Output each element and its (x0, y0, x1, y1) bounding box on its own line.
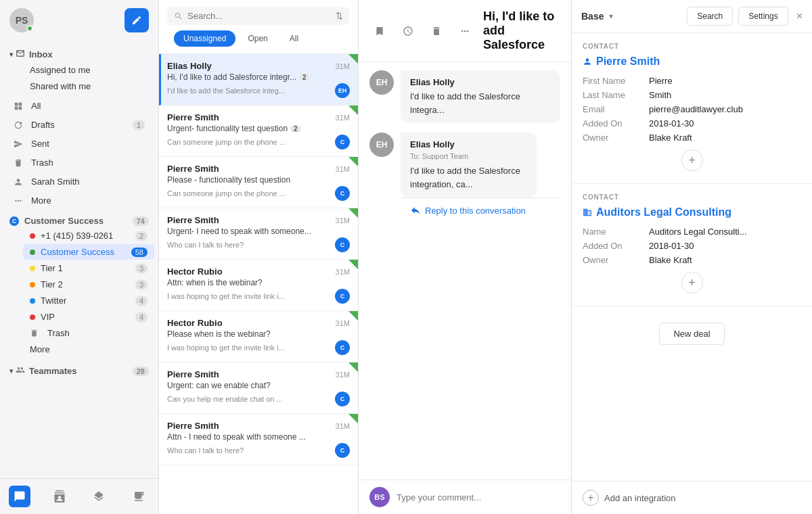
contact1-lastname-value: Smith (649, 90, 671, 100)
msg-bottom-6: I was hoping to get the invite link i...… (167, 340, 350, 355)
tab-open[interactable]: Open (238, 30, 277, 47)
msg-subject-5: Attn: when is the webinar? (167, 278, 350, 287)
sort-icon[interactable]: ⇅ (336, 11, 343, 21)
search-icon (174, 11, 183, 21)
inbox-header[interactable]: ▾ Inbox (0, 43, 158, 62)
add-contact2-button[interactable]: + (681, 272, 703, 294)
search-box: ⇅ (167, 7, 350, 25)
new-deal-button[interactable]: New deal (659, 323, 724, 345)
comment-box: BS (359, 480, 571, 514)
sidebar-item-drafts[interactable]: Drafts 1 (4, 116, 154, 134)
more-action[interactable] (455, 21, 475, 41)
msg-badge-2: 2 (290, 125, 301, 133)
delete-action[interactable] (426, 21, 447, 41)
message-item-1[interactable]: Elias Holly 31M Hi, I'd like to add Sale… (159, 54, 358, 106)
sidebar-item-all[interactable]: All (4, 97, 154, 115)
teammates-header[interactable]: ▾ Teammates 28 (0, 360, 158, 378)
sidebar-item-sarah[interactable]: Sarah Smith (4, 172, 154, 191)
msg-subject-2: Urgent- functionality test question 2 (167, 124, 350, 133)
twitter-count: 4 (135, 296, 148, 306)
sidebar-item-tier2[interactable]: Tier 2 3 (23, 277, 154, 292)
layers-icon-btn[interactable] (88, 486, 110, 507)
tab-all[interactable]: All (280, 30, 308, 47)
reports-icon-btn[interactable] (128, 486, 150, 507)
green-tag-7 (348, 363, 358, 372)
contact1-owner-value: Blake Kraft (649, 133, 692, 143)
sent-icon (14, 139, 26, 149)
customer-success-header[interactable]: C Customer Success 74 (0, 210, 158, 227)
drafts-icon (14, 120, 26, 130)
msg-time-4: 31M (336, 216, 350, 225)
search-btn[interactable]: Search (687, 7, 733, 26)
contact2-owner-value: Blake Kraft (649, 255, 692, 265)
msg-avatar-2: C (335, 135, 350, 149)
online-status-indicator (26, 25, 33, 32)
search-input[interactable] (187, 11, 332, 21)
sidebar-item-sent[interactable]: Sent (4, 135, 154, 153)
message-item-6[interactable]: Hector Rubio 31M Please when is the webi… (159, 311, 358, 363)
conv-sender-2: Elias Holly (410, 139, 455, 149)
contact1-firstname-label: First Name (583, 76, 644, 86)
msg-bottom-8: Who can I talk to here? C (167, 443, 350, 458)
msg-preview-1: I'd like to add the Salesforce integ... (167, 87, 285, 95)
tab-unassigned[interactable]: Unassigned (174, 30, 235, 47)
compose-button[interactable] (125, 8, 149, 32)
message-item-8[interactable]: Pierre Smith 31M Attn - I need to speak … (159, 414, 358, 465)
sidebar-nav: ▾ Inbox Assigned to me Shared with me Al… (0, 41, 158, 478)
sidebar-item-customer-success[interactable]: Customer Success 58 (23, 244, 154, 260)
sidebar-item-tier1[interactable]: Tier 1 3 (23, 260, 154, 276)
message-item-4[interactable]: Pierre Smith 31M Urgent- I need to speak… (159, 208, 358, 260)
contact1-email-label: Email (583, 104, 644, 114)
msg-name-3: Pierre Smith (167, 164, 219, 174)
msg-name-6: Hector Rubio (167, 318, 223, 328)
sidebar: PS ▾ Inbox Assigned to me Shared with me (0, 0, 159, 514)
cs-sub-label: Customer Success (41, 247, 131, 257)
comment-avatar: BS (369, 487, 390, 507)
message-items: Elias Holly 31M Hi, I'd like to add Sale… (159, 54, 358, 514)
msg-bottom-3: Can someone jump on the phone ... C (167, 186, 350, 201)
close-icon[interactable]: × (796, 10, 803, 22)
msg-preview-5: I was hoping to get the invite link i... (167, 292, 285, 300)
contact2-name[interactable]: Auditors Legal Consulting (583, 206, 801, 218)
msg-top-1: Elias Holly 31M (167, 61, 350, 71)
message-item-3[interactable]: Pierre Smith 31M Please - functionality … (159, 157, 358, 208)
customer-success-label: Customer Success (24, 216, 104, 226)
chat-icon-btn[interactable] (9, 486, 30, 507)
comment-input[interactable] (397, 492, 560, 503)
sidebar-item-shared-with-me[interactable]: Shared with me (23, 78, 154, 94)
add-integration-bar[interactable]: + Add an integration (572, 481, 812, 514)
sidebar-item-twitter[interactable]: Twitter 4 (23, 293, 154, 308)
contacts-icon-btn[interactable] (49, 486, 70, 507)
message-item-5[interactable]: Hector Rubio 31M Attn: when is the webin… (159, 260, 358, 311)
reply-button[interactable]: Reply to this conversation (401, 197, 560, 223)
green-tag-1 (348, 54, 358, 64)
avatar: PS (9, 8, 34, 32)
sidebar-item-trash[interactable]: Trash (4, 154, 154, 172)
clock-action[interactable] (398, 21, 418, 41)
contact2-addedon-value: 2018-01-30 (649, 241, 694, 251)
sidebar-item-more-cs[interactable]: More (23, 342, 154, 357)
msg-time-2: 31M (336, 114, 350, 122)
sidebar-item-vip[interactable]: VIP 4 (23, 309, 154, 325)
chevron-down-icon: ▾ (9, 51, 13, 58)
contact1-lastname-field: Last Name Smith (583, 90, 801, 100)
green-tag-3 (348, 157, 358, 166)
message-item-7[interactable]: Pierre Smith 31M Urgent: can we enable c… (159, 363, 358, 414)
tier1-label: Tier 1 (41, 263, 135, 273)
message-item-2[interactable]: Pierre Smith 31M Urgent- functionality t… (159, 106, 358, 157)
contact1-name[interactable]: Pierre Smith (583, 55, 801, 68)
msg-avatar-8: C (335, 443, 350, 458)
green-tag-2 (348, 106, 358, 115)
cs-count: 74 (133, 216, 149, 226)
sidebar-item-assigned-to-me[interactable]: Assigned to me (23, 62, 154, 78)
inbox-label: Inbox (29, 49, 53, 60)
bookmark-action[interactable] (369, 21, 390, 41)
msg-subject-4: Urgent- I need to speak with someone... (167, 227, 350, 236)
add-contact1-button[interactable]: + (681, 149, 703, 171)
sidebar-item-trash-cs[interactable]: Trash (23, 325, 154, 341)
contact2-section-label: CONTACT (583, 193, 801, 201)
integration-plus-icon: + (583, 490, 599, 506)
sidebar-item-more-inbox[interactable]: More (4, 191, 154, 210)
sidebar-item-phone[interactable]: +1 (415) 539-0261 2 (23, 228, 154, 243)
settings-btn[interactable]: Settings (738, 7, 788, 26)
